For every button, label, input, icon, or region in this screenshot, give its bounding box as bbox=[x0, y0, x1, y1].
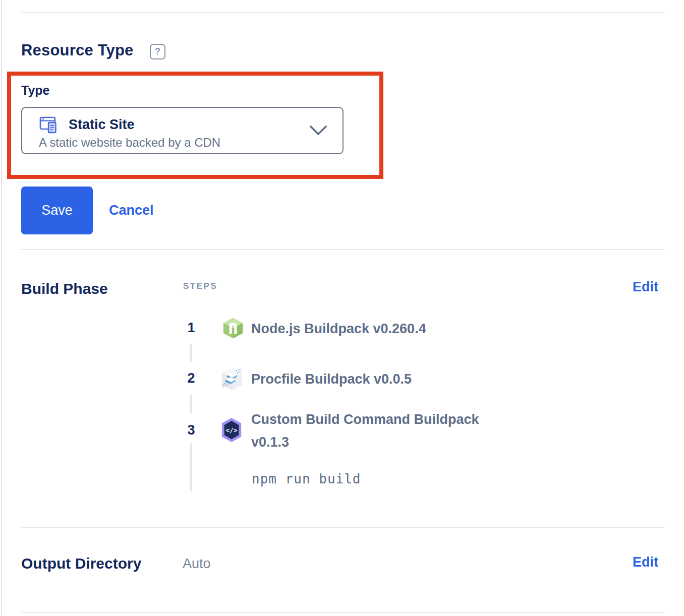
step-number: 1 bbox=[185, 320, 198, 336]
step-label: Custom Build Command Buildpack bbox=[251, 412, 479, 427]
custom-build-command-buildpack-icon: </> bbox=[220, 417, 243, 443]
app-settings-page: Resource Type ? Type Static Site A stati… bbox=[0, 0, 684, 616]
select-description: A static website backed by a CDN bbox=[39, 136, 328, 150]
cancel-button[interactable]: Cancel bbox=[109, 187, 154, 234]
type-label: Type bbox=[21, 83, 50, 98]
output-directory-value: Auto bbox=[183, 556, 211, 572]
section-divider bbox=[21, 612, 665, 613]
resource-type-select[interactable]: Static Site A static website backed by a… bbox=[21, 107, 344, 154]
step-number: 3 bbox=[185, 422, 198, 438]
output-directory-title: Output Directory bbox=[21, 555, 141, 572]
step-connector-line bbox=[190, 443, 192, 491]
step-label-version: v0.1.3 bbox=[251, 435, 289, 450]
save-button[interactable]: Save bbox=[21, 187, 93, 234]
steps-column-header: STEPS bbox=[183, 281, 217, 291]
select-value: Static Site bbox=[69, 117, 135, 133]
svg-text:</>: </> bbox=[225, 426, 238, 434]
procfile-buildpack-icon bbox=[219, 365, 245, 393]
static-site-icon bbox=[39, 114, 59, 135]
step-label: Node.js Buildpack v0.260.4 bbox=[251, 321, 426, 337]
help-icon[interactable]: ? bbox=[150, 44, 165, 59]
build-phase-edit-link[interactable]: Edit bbox=[633, 279, 658, 295]
section-divider bbox=[21, 527, 665, 528]
section-divider bbox=[21, 12, 665, 13]
chevron-down-icon bbox=[309, 125, 327, 136]
step-label: Procfile Buildpack v0.0.5 bbox=[251, 372, 412, 387]
section-divider bbox=[21, 249, 665, 250]
step-number: 2 bbox=[185, 371, 198, 386]
nodejs-buildpack-icon bbox=[222, 316, 244, 340]
build-command: npm run build bbox=[252, 471, 361, 486]
panel-left-border bbox=[1, 0, 2, 616]
output-directory-edit-link[interactable]: Edit bbox=[633, 555, 658, 570]
resource-type-title: Resource Type bbox=[21, 41, 134, 59]
step-connector-line bbox=[190, 344, 192, 362]
step-connector-line bbox=[190, 395, 192, 413]
build-phase-title: Build Phase bbox=[21, 280, 108, 297]
